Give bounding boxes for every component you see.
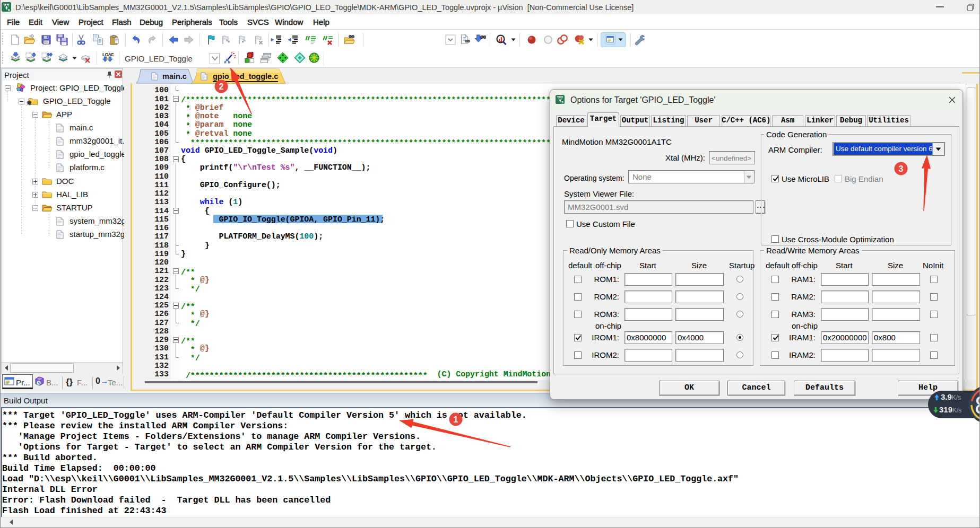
svg-text:d: d bbox=[499, 36, 503, 43]
svg-text:s: s bbox=[561, 100, 563, 104]
svg-text:s: s bbox=[8, 8, 10, 12]
svg-text:LOAD: LOAD bbox=[102, 52, 114, 57]
svg-text:?: ? bbox=[38, 381, 41, 386]
svg-text:8: 8 bbox=[975, 391, 980, 419]
